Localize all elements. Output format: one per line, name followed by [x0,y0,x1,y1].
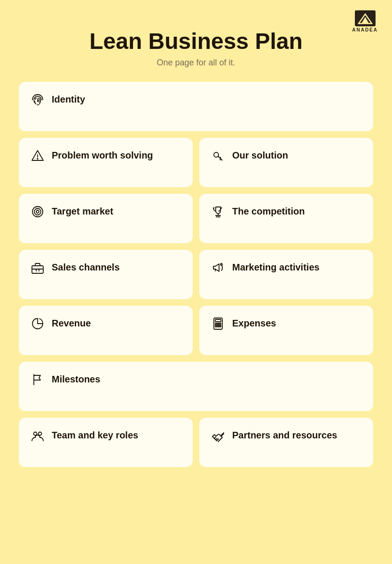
calculator-icon [211,316,226,331]
target-label: Target market [52,204,113,217]
row-1: Identity [19,82,373,131]
svg-rect-21 [218,326,219,327]
card-revenue[interactable]: Revenue [19,306,193,355]
card-problem[interactable]: Problem worth solving [19,138,193,187]
svg-point-24 [34,432,37,436]
flag-icon [30,372,45,387]
svg-point-7 [34,208,41,215]
row-2: Problem worth solving Our solution [19,138,373,187]
svg-point-14 [220,263,222,265]
competition-label: The competition [232,204,305,217]
marketing-label: Marketing activities [232,260,320,273]
partners-label: Partners and resources [232,428,337,441]
revenue-label: Revenue [52,316,91,329]
row-3: Target market The competition [19,194,373,243]
svg-rect-20 [215,326,217,327]
card-identity[interactable]: Identity [19,82,373,131]
svg-rect-22 [220,326,221,327]
key-icon [211,148,226,163]
milestones-label: Milestones [52,372,100,385]
team-label: Team and key roles [52,428,138,441]
logo-text: ANADEA [352,27,378,32]
card-partners[interactable]: Partners and resources [199,418,373,467]
pie-icon [30,316,45,331]
page-header: Lean Business Plan One page for all of i… [19,28,373,68]
svg-rect-10 [32,266,43,273]
card-target[interactable]: Target market [19,194,193,243]
warning-icon [30,148,45,163]
card-expenses[interactable]: Expenses [199,306,373,355]
identity-label: Identity [52,92,85,105]
card-solution[interactable]: Our solution [199,138,373,187]
sales-label: Sales channels [52,260,120,273]
svg-rect-18 [218,323,219,325]
svg-point-25 [39,432,42,436]
solution-label: Our solution [232,148,288,161]
svg-point-8 [36,210,39,213]
svg-point-4 [37,159,38,159]
row-7: Team and key roles Partners and resource… [19,418,373,467]
team-icon [30,428,45,443]
svg-rect-19 [220,323,221,325]
page-title: Lean Business Plan [19,28,373,54]
briefcase-icon [30,260,45,275]
cards-grid: Identity Problem worth solving [19,82,373,467]
handshake-icon [211,428,226,443]
card-competition[interactable]: The competition [199,194,373,243]
trophy-icon [211,204,226,219]
problem-label: Problem worth solving [52,148,153,161]
row-5: Revenue Expenses [19,306,373,355]
svg-rect-16 [215,319,221,322]
svg-rect-17 [215,323,217,325]
row-4: Sales channels Marketing activities [19,250,373,299]
target-icon [30,204,45,219]
card-milestones[interactable]: Milestones [19,362,373,411]
megaphone-icon [211,260,226,275]
expenses-label: Expenses [232,316,276,329]
card-team[interactable]: Team and key roles [19,418,193,467]
row-6: Milestones [19,362,373,411]
card-sales[interactable]: Sales channels [19,250,193,299]
card-marketing[interactable]: Marketing activities [199,250,373,299]
svg-point-5 [214,152,219,157]
logo: ANADEA [352,10,378,32]
page-subtitle: One page for all of it. [19,58,373,68]
fingerprint-icon [30,92,45,107]
